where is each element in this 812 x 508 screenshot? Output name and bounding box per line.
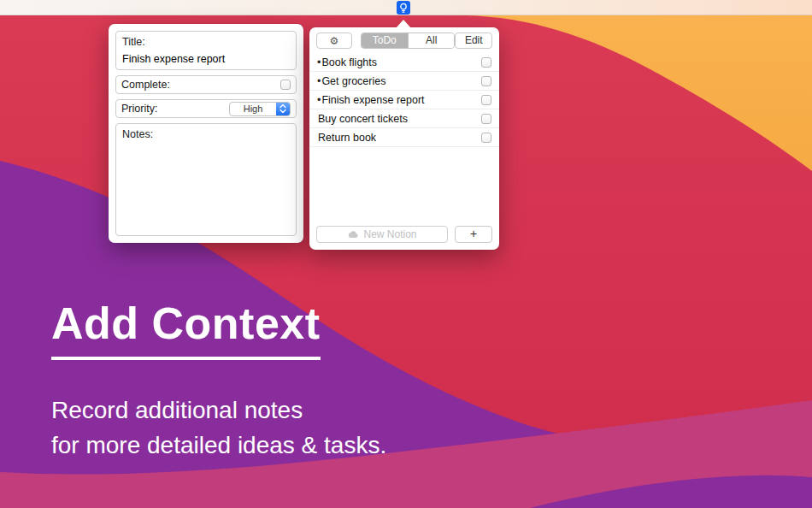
list-item[interactable]: Buy concert tickets [309, 109, 499, 128]
detail-panel: Title: Finish expense report Complete: P… [109, 24, 303, 243]
list-item-label: Finish expense report [321, 94, 481, 106]
priority-bullet: • [317, 75, 321, 87]
item-checkbox[interactable] [481, 133, 491, 143]
lightbulb-icon [399, 3, 408, 14]
new-notion-input[interactable]: New Notion [316, 226, 448, 243]
notes-field[interactable]: Notes: [115, 123, 297, 236]
priority-dropdown[interactable]: High [229, 102, 291, 116]
edit-button[interactable]: Edit [455, 32, 492, 49]
dropdown-arrows-icon [276, 103, 290, 115]
desktop: Title: Finish expense report Complete: P… [0, 0, 812, 508]
list-item-label: Return book [318, 132, 481, 144]
item-checkbox[interactable] [481, 76, 491, 86]
gear-icon: ⚙ [329, 35, 338, 47]
new-notion-placeholder: New Notion [363, 228, 416, 240]
hero-subtitle: Record additional notes for more detaile… [51, 393, 386, 463]
item-checkbox[interactable] [481, 57, 491, 68]
cloud-icon [347, 227, 359, 242]
hero-subtitle-line1: Record additional notes [51, 393, 386, 428]
priority-row: Priority: High [115, 99, 297, 118]
hero-subtitle-line2: for more detailed ideas & tasks. [51, 428, 386, 463]
popover-arrow [396, 20, 411, 28]
list-item[interactable]: • Get groceries [309, 72, 499, 91]
add-button[interactable]: + [455, 226, 492, 243]
title-field[interactable]: Title: Finish expense report [115, 31, 297, 70]
list-item-label: Get groceries [321, 75, 481, 87]
hero-heading: Add Context [51, 298, 321, 360]
complete-label: Complete: [121, 79, 170, 91]
filter-segmented-control: ToDo All [361, 32, 456, 49]
list-item[interactable]: • Book flights [309, 53, 499, 72]
priority-label: Priority: [121, 103, 157, 115]
complete-row: Complete: [115, 75, 297, 94]
segment-all[interactable]: All [408, 33, 454, 48]
todo-list: • Book flights • Get groceries • Finish … [309, 53, 499, 147]
list-item[interactable]: Return book [309, 128, 499, 147]
item-checkbox[interactable] [481, 95, 491, 105]
list-header: ⚙ ToDo All Edit [316, 32, 492, 49]
list-footer: New Notion + [316, 226, 492, 243]
notions-menubar-icon[interactable] [397, 1, 410, 15]
list-item-label: Buy concert tickets [318, 113, 481, 125]
title-value[interactable]: Finish expense report [122, 53, 290, 65]
list-panel: ⚙ ToDo All Edit • Book flights • Get gro… [309, 27, 499, 250]
title-label: Title: [122, 36, 290, 48]
segment-todo[interactable]: ToDo [362, 33, 408, 48]
priority-value: High [230, 103, 276, 115]
settings-button[interactable]: ⚙ [316, 32, 352, 49]
complete-checkbox[interactable] [280, 80, 291, 90]
notes-label: Notes: [122, 128, 290, 140]
priority-bullet: • [317, 94, 321, 106]
list-item-label: Book flights [321, 56, 481, 68]
hero-text: Add Context Record additional notes for … [51, 298, 386, 463]
priority-bullet: • [317, 56, 321, 68]
list-item[interactable]: • Finish expense report [309, 91, 499, 109]
menu-bar [0, 0, 812, 15]
item-checkbox[interactable] [481, 114, 491, 124]
